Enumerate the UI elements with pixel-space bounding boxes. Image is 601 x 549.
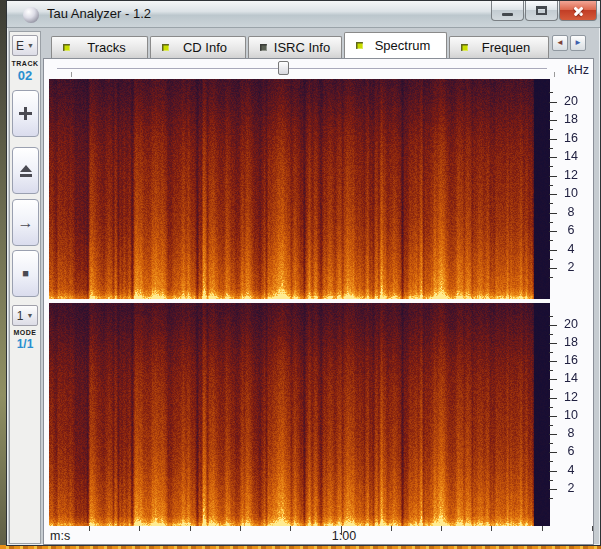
minimize-button[interactable]	[491, 1, 524, 21]
position-slider-track[interactable]	[57, 68, 547, 70]
time-tick-label: 1:00	[322, 529, 366, 543]
app-window: Tau Analyzer - 1.2 E ▼ TRACK 02	[6, 0, 601, 546]
led-icon	[162, 44, 169, 51]
tab-spectrum[interactable]: Spectrum	[344, 32, 447, 58]
tab-tracks[interactable]: Tracks	[51, 36, 148, 58]
freq-major-tick	[549, 231, 557, 232]
freq-minor-tick	[549, 316, 553, 317]
tab-isrc-info[interactable]: ISRC Info	[248, 36, 342, 58]
led-icon	[63, 44, 70, 51]
led-icon	[356, 42, 363, 49]
tab-scroll-left-button[interactable]: ◄	[552, 35, 568, 51]
freq-tick-label: 6	[558, 223, 584, 237]
window-controls	[490, 1, 597, 21]
freq-major-tick	[549, 325, 557, 326]
freq-unit-label: kHz	[549, 63, 589, 77]
freq-tick-label: 4	[558, 463, 584, 477]
minimize-icon	[502, 13, 513, 16]
eject-icon	[20, 165, 32, 177]
preset-dropdown[interactable]: E ▼	[12, 35, 38, 56]
freq-major-tick	[549, 471, 557, 472]
freq-minor-tick	[549, 203, 553, 204]
freq-minor-tick	[549, 352, 553, 353]
freq-major-tick	[549, 157, 557, 158]
close-button[interactable]	[559, 1, 597, 21]
freq-major-tick	[549, 120, 557, 121]
next-track-button[interactable]: →	[12, 199, 39, 246]
freq-minor-tick	[549, 240, 553, 241]
freq-tick-label: 20	[558, 94, 584, 108]
freq-tick-label: 12	[558, 390, 584, 404]
freq-minor-tick	[549, 370, 553, 371]
led-icon	[260, 44, 267, 51]
maximize-button[interactable]	[525, 1, 558, 21]
plus-icon	[19, 107, 32, 120]
freq-tick-label: 10	[558, 408, 584, 422]
freq-minor-tick	[549, 334, 553, 335]
chevron-down-icon: ▼	[27, 42, 34, 49]
freq-tick-label: 4	[558, 242, 584, 256]
app-icon	[23, 7, 39, 23]
freq-minor-tick	[549, 185, 553, 186]
chevron-down-icon: ▼	[26, 312, 33, 319]
freq-tick-label: 8	[558, 426, 584, 440]
tab-scroll-right-button[interactable]: ►	[570, 35, 586, 51]
title-bar[interactable]: Tau Analyzer - 1.2	[7, 1, 600, 28]
freq-minor-tick	[549, 498, 553, 499]
freq-tick-label: 8	[558, 205, 584, 219]
freq-minor-tick	[549, 480, 553, 481]
tab-frequency[interactable]: Frequen	[449, 36, 549, 58]
freq-tick-label: 18	[558, 112, 584, 126]
freq-major-tick	[549, 452, 557, 453]
time-minor-tick	[542, 526, 543, 531]
mode-dropdown[interactable]: 1 ▼	[12, 305, 38, 326]
add-button[interactable]	[12, 90, 39, 137]
freq-major-tick	[549, 379, 557, 380]
track-label: TRACK	[10, 60, 40, 67]
freq-tick-label: 2	[558, 481, 584, 495]
time-minor-tick	[190, 526, 191, 531]
sidebar: E ▼ TRACK 02 → ■ 1 ▼ MODE	[9, 31, 41, 544]
time-minor-tick	[441, 526, 442, 531]
freq-minor-tick	[549, 443, 553, 444]
desktop: Tau Analyzer - 1.2 E ▼ TRACK 02	[0, 0, 601, 549]
freq-tick-label: 2	[558, 260, 584, 274]
freq-tick-label: 12	[558, 168, 584, 182]
freq-major-tick	[549, 343, 557, 344]
time-minor-tick	[139, 526, 140, 531]
eject-button[interactable]	[12, 147, 39, 194]
freq-minor-tick	[549, 111, 553, 112]
led-icon	[461, 44, 468, 51]
time-minor-tick	[491, 526, 492, 531]
freq-major-tick	[549, 194, 557, 195]
freq-major-tick	[549, 250, 557, 251]
time-minor-tick	[592, 526, 593, 531]
tab-cd-info[interactable]: CD Info	[150, 36, 246, 58]
slider-tick	[71, 72, 72, 77]
time-minor-tick	[89, 526, 90, 531]
freq-major-tick	[549, 176, 557, 177]
time-minor-tick	[240, 526, 241, 531]
freq-major-tick	[549, 361, 557, 362]
freq-minor-tick	[549, 166, 553, 167]
freq-major-tick	[549, 416, 557, 417]
freq-tick-label: 10	[558, 186, 584, 200]
arrow-left-icon: ◄	[556, 39, 564, 47]
freq-tick-label: 16	[558, 353, 584, 367]
arrow-right-icon: ►	[574, 39, 582, 47]
freq-minor-tick	[549, 389, 553, 390]
freq-minor-tick	[549, 461, 553, 462]
stop-button[interactable]: ■	[12, 250, 39, 297]
mode-label: MODE	[10, 329, 40, 336]
freq-minor-tick	[549, 129, 553, 130]
arrow-right-icon: →	[18, 215, 34, 231]
freq-major-tick	[549, 398, 557, 399]
time-unit-label: m:s	[50, 529, 70, 543]
position-slider-thumb[interactable]	[278, 61, 289, 75]
freq-tick-label: 6	[558, 444, 584, 458]
freq-tick-label: 16	[558, 131, 584, 145]
spectrogram-top	[49, 79, 550, 299]
close-icon	[572, 4, 585, 17]
time-minor-tick	[391, 526, 392, 531]
freq-major-tick	[549, 489, 557, 490]
